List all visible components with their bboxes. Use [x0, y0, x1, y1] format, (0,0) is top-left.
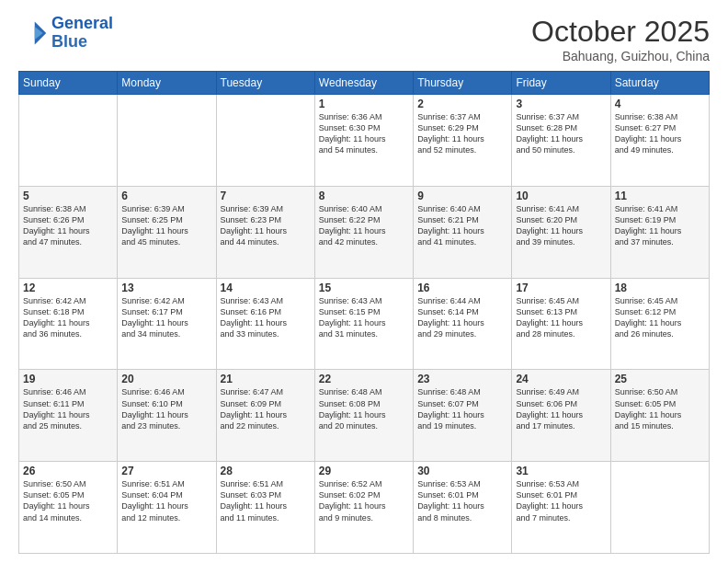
- day-number: 12: [23, 282, 113, 294]
- calendar-cell: [610, 462, 709, 554]
- day-number: 14: [221, 282, 311, 294]
- calendar-cell: 11Sunrise: 6:41 AM Sunset: 6:19 PM Dayli…: [610, 186, 709, 278]
- calendar-cell: 12Sunrise: 6:42 AM Sunset: 6:18 PM Dayli…: [19, 278, 118, 370]
- day-number: 29: [319, 465, 409, 477]
- calendar-cell: 18Sunrise: 6:45 AM Sunset: 6:12 PM Dayli…: [610, 278, 709, 370]
- day-number: 21: [221, 373, 311, 385]
- day-number: 1: [319, 98, 409, 110]
- day-number: 26: [23, 465, 113, 477]
- day-info: Sunrise: 6:43 AM Sunset: 6:15 PM Dayligh…: [319, 295, 409, 340]
- day-number: 22: [319, 373, 409, 385]
- day-number: 11: [615, 190, 705, 202]
- day-number: 8: [319, 190, 409, 202]
- day-number: 18: [615, 282, 705, 294]
- day-info: Sunrise: 6:39 AM Sunset: 6:23 PM Dayligh…: [221, 203, 311, 248]
- day-info: Sunrise: 6:36 AM Sunset: 6:30 PM Dayligh…: [319, 111, 409, 156]
- calendar-cell: 31Sunrise: 6:53 AM Sunset: 6:01 PM Dayli…: [512, 462, 610, 554]
- day-info: Sunrise: 6:40 AM Sunset: 6:22 PM Dayligh…: [319, 203, 409, 248]
- weekday-header: Saturday: [610, 72, 709, 95]
- location: Bahuang, Guizhou, China: [531, 49, 710, 63]
- day-number: 25: [615, 373, 705, 385]
- calendar-cell: 6Sunrise: 6:39 AM Sunset: 6:25 PM Daylig…: [118, 186, 216, 278]
- calendar-cell: 26Sunrise: 6:50 AM Sunset: 6:05 PM Dayli…: [19, 462, 118, 554]
- calendar-cell: 23Sunrise: 6:48 AM Sunset: 6:07 PM Dayli…: [414, 370, 512, 462]
- day-info: Sunrise: 6:37 AM Sunset: 6:28 PM Dayligh…: [516, 111, 606, 156]
- day-number: 19: [23, 373, 113, 385]
- weekday-header: Tuesday: [216, 72, 314, 95]
- weekday-header: Sunday: [19, 72, 118, 95]
- weekday-header: Friday: [512, 72, 610, 95]
- calendar-cell: [216, 95, 314, 187]
- day-info: Sunrise: 6:48 AM Sunset: 6:08 PM Dayligh…: [319, 386, 409, 431]
- day-number: 23: [417, 373, 507, 385]
- calendar-cell: 8Sunrise: 6:40 AM Sunset: 6:22 PM Daylig…: [314, 186, 413, 278]
- day-info: Sunrise: 6:50 AM Sunset: 6:05 PM Dayligh…: [23, 478, 113, 523]
- day-number: 9: [417, 190, 507, 202]
- calendar-cell: 1Sunrise: 6:36 AM Sunset: 6:30 PM Daylig…: [314, 95, 413, 187]
- calendar-week-row: 12Sunrise: 6:42 AM Sunset: 6:18 PM Dayli…: [19, 278, 710, 370]
- calendar-cell: 29Sunrise: 6:52 AM Sunset: 6:02 PM Dayli…: [314, 462, 413, 554]
- calendar-cell: 14Sunrise: 6:43 AM Sunset: 6:16 PM Dayli…: [216, 278, 314, 370]
- day-info: Sunrise: 6:38 AM Sunset: 6:26 PM Dayligh…: [23, 203, 113, 248]
- day-number: 16: [417, 282, 507, 294]
- day-info: Sunrise: 6:44 AM Sunset: 6:14 PM Dayligh…: [417, 295, 507, 340]
- day-number: 10: [516, 190, 606, 202]
- day-number: 20: [121, 373, 211, 385]
- calendar-week-row: 5Sunrise: 6:38 AM Sunset: 6:26 PM Daylig…: [19, 186, 710, 278]
- day-info: Sunrise: 6:50 AM Sunset: 6:05 PM Dayligh…: [615, 386, 705, 431]
- day-info: Sunrise: 6:48 AM Sunset: 6:07 PM Dayligh…: [417, 386, 507, 431]
- day-number: 24: [516, 373, 606, 385]
- weekday-header: Monday: [118, 72, 216, 95]
- calendar-cell: 15Sunrise: 6:43 AM Sunset: 6:15 PM Dayli…: [314, 278, 413, 370]
- day-info: Sunrise: 6:38 AM Sunset: 6:27 PM Dayligh…: [615, 111, 705, 156]
- calendar-cell: 3Sunrise: 6:37 AM Sunset: 6:28 PM Daylig…: [512, 95, 610, 187]
- calendar-cell: 27Sunrise: 6:51 AM Sunset: 6:04 PM Dayli…: [118, 462, 216, 554]
- calendar-cell: 19Sunrise: 6:46 AM Sunset: 6:11 PM Dayli…: [19, 370, 118, 462]
- day-number: 13: [121, 282, 211, 294]
- logo-icon: [18, 18, 48, 48]
- calendar-cell: 25Sunrise: 6:50 AM Sunset: 6:05 PM Dayli…: [610, 370, 709, 462]
- calendar-cell: 22Sunrise: 6:48 AM Sunset: 6:08 PM Dayli…: [314, 370, 413, 462]
- calendar-cell: 24Sunrise: 6:49 AM Sunset: 6:06 PM Dayli…: [512, 370, 610, 462]
- calendar-cell: 20Sunrise: 6:46 AM Sunset: 6:10 PM Dayli…: [118, 370, 216, 462]
- day-number: 4: [615, 98, 705, 110]
- day-number: 28: [221, 465, 311, 477]
- header: General Blue October 2025 Bahuang, Guizh…: [18, 15, 710, 63]
- day-info: Sunrise: 6:45 AM Sunset: 6:12 PM Dayligh…: [615, 295, 705, 340]
- day-info: Sunrise: 6:51 AM Sunset: 6:04 PM Dayligh…: [121, 478, 211, 523]
- day-info: Sunrise: 6:46 AM Sunset: 6:11 PM Dayligh…: [23, 386, 113, 431]
- calendar-cell: 28Sunrise: 6:51 AM Sunset: 6:03 PM Dayli…: [216, 462, 314, 554]
- title-block: October 2025 Bahuang, Guizhou, China: [531, 15, 710, 63]
- day-info: Sunrise: 6:47 AM Sunset: 6:09 PM Dayligh…: [221, 386, 311, 431]
- calendar-cell: [118, 95, 216, 187]
- day-info: Sunrise: 6:53 AM Sunset: 6:01 PM Dayligh…: [516, 478, 606, 523]
- calendar-cell: 30Sunrise: 6:53 AM Sunset: 6:01 PM Dayli…: [414, 462, 512, 554]
- page: General Blue October 2025 Bahuang, Guizh…: [0, 0, 728, 563]
- day-info: Sunrise: 6:41 AM Sunset: 6:19 PM Dayligh…: [615, 203, 705, 248]
- day-info: Sunrise: 6:42 AM Sunset: 6:18 PM Dayligh…: [23, 295, 113, 340]
- day-info: Sunrise: 6:40 AM Sunset: 6:21 PM Dayligh…: [417, 203, 507, 248]
- day-number: 6: [121, 190, 211, 202]
- day-info: Sunrise: 6:52 AM Sunset: 6:02 PM Dayligh…: [319, 478, 409, 523]
- weekday-header: Thursday: [414, 72, 512, 95]
- day-info: Sunrise: 6:39 AM Sunset: 6:25 PM Dayligh…: [121, 203, 211, 248]
- calendar: SundayMondayTuesdayWednesdayThursdayFrid…: [18, 71, 710, 554]
- day-info: Sunrise: 6:41 AM Sunset: 6:20 PM Dayligh…: [516, 203, 606, 248]
- day-number: 5: [23, 190, 113, 202]
- day-number: 3: [516, 98, 606, 110]
- day-number: 7: [221, 190, 311, 202]
- calendar-cell: 13Sunrise: 6:42 AM Sunset: 6:17 PM Dayli…: [118, 278, 216, 370]
- calendar-cell: 4Sunrise: 6:38 AM Sunset: 6:27 PM Daylig…: [610, 95, 709, 187]
- logo: General Blue: [18, 15, 113, 52]
- weekday-header: Wednesday: [314, 72, 413, 95]
- calendar-cell: 17Sunrise: 6:45 AM Sunset: 6:13 PM Dayli…: [512, 278, 610, 370]
- day-number: 2: [417, 98, 507, 110]
- calendar-cell: 2Sunrise: 6:37 AM Sunset: 6:29 PM Daylig…: [414, 95, 512, 187]
- day-number: 27: [121, 465, 211, 477]
- calendar-week-row: 1Sunrise: 6:36 AM Sunset: 6:30 PM Daylig…: [19, 95, 710, 187]
- day-info: Sunrise: 6:46 AM Sunset: 6:10 PM Dayligh…: [121, 386, 211, 431]
- day-info: Sunrise: 6:53 AM Sunset: 6:01 PM Dayligh…: [417, 478, 507, 523]
- day-number: 15: [319, 282, 409, 294]
- calendar-cell: 16Sunrise: 6:44 AM Sunset: 6:14 PM Dayli…: [414, 278, 512, 370]
- calendar-cell: [19, 95, 118, 187]
